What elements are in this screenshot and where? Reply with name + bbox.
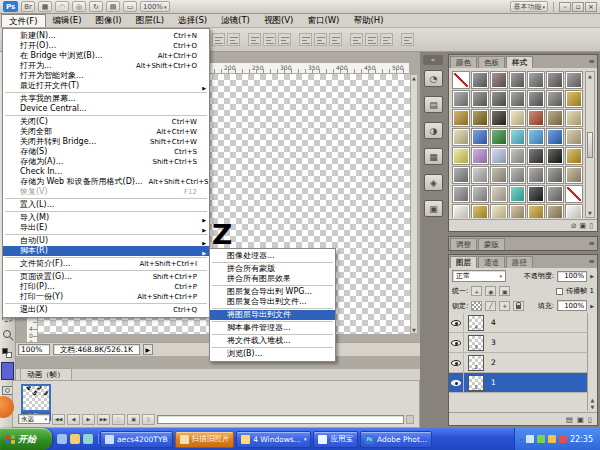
tab-图层[interactable]: 图层 bbox=[450, 256, 477, 268]
file-menu-item[interactable]: Device Central... bbox=[3, 104, 209, 114]
file-menu-item[interactable]: 打开为...Alt+Shift+Ctrl+O bbox=[3, 61, 209, 71]
style-swatch[interactable] bbox=[546, 71, 564, 89]
file-menu-item[interactable]: 脚本(R)▶ bbox=[3, 246, 209, 256]
actions-icon[interactable]: ▤ bbox=[424, 96, 443, 113]
taskbar-window-button[interactable]: PsAdobe Phot... bbox=[360, 431, 432, 448]
delete-layer-button[interactable]: ▯ bbox=[588, 415, 592, 424]
style-swatch[interactable] bbox=[546, 185, 564, 203]
style-swatch[interactable] bbox=[490, 204, 508, 218]
distribute-horizontal-centers-icon[interactable] bbox=[365, 33, 378, 46]
styles-scrollbar[interactable]: ▲ ▼ bbox=[585, 71, 595, 218]
scripts-submenu-item[interactable]: 浏览(B)... bbox=[210, 349, 335, 359]
previous-frame-button[interactable]: ◀ bbox=[67, 414, 80, 425]
new-group-button[interactable]: ▤ bbox=[566, 415, 573, 424]
style-swatch[interactable] bbox=[452, 109, 470, 127]
opacity-field[interactable]: 100% bbox=[557, 271, 587, 282]
file-menu-item[interactable]: 自动(U)▶ bbox=[3, 236, 209, 246]
style-swatch[interactable] bbox=[471, 204, 489, 218]
scroll-down-icon[interactable]: ▼ bbox=[588, 210, 592, 216]
visibility-cell[interactable] bbox=[449, 353, 464, 372]
scripts-submenu-item[interactable]: 将文件载入堆栈... bbox=[210, 336, 335, 346]
style-swatch[interactable] bbox=[509, 166, 527, 184]
scroll-down-icon[interactable]: ▼ bbox=[591, 404, 595, 410]
visibility-cell[interactable] bbox=[449, 333, 464, 352]
style-swatch[interactable] bbox=[546, 128, 564, 146]
align-left-edges-icon[interactable] bbox=[263, 33, 276, 46]
style-swatch[interactable] bbox=[546, 204, 564, 218]
blend-mode-dropdown[interactable]: 正常 ▾ bbox=[452, 270, 506, 282]
menu-bar-item[interactable]: 编辑(E) bbox=[46, 14, 89, 27]
style-swatch[interactable] bbox=[509, 90, 527, 108]
style-swatch[interactable] bbox=[527, 109, 545, 127]
animation-frame-thumbnail[interactable]: 1 2 3 4 5 bbox=[21, 384, 51, 412]
default-colors-icon[interactable] bbox=[2, 348, 8, 354]
unify-visibility-button[interactable]: ◉ bbox=[485, 286, 496, 296]
scroll-up-icon[interactable]: ▲ bbox=[588, 73, 592, 79]
unify-position-button[interactable]: + bbox=[471, 286, 482, 296]
style-swatch[interactable] bbox=[509, 71, 527, 89]
info-icon[interactable]: ◈ bbox=[424, 174, 443, 191]
tray-network-icon[interactable] bbox=[559, 435, 567, 443]
file-menu-item[interactable]: 打印(P)...Ctrl+P bbox=[3, 282, 209, 292]
style-swatch[interactable] bbox=[471, 185, 489, 203]
file-menu-item[interactable]: 关闭全部Alt+Ctrl+W bbox=[3, 127, 209, 137]
restore-button[interactable]: ▫ bbox=[572, 2, 584, 12]
style-swatch[interactable] bbox=[509, 185, 527, 203]
file-menu-item[interactable]: 置入(L)... bbox=[3, 200, 209, 210]
style-swatch[interactable] bbox=[471, 128, 489, 146]
opacity-spinner-icon[interactable]: ▶ bbox=[590, 273, 594, 279]
layer-row[interactable]: 44 bbox=[449, 313, 587, 333]
taskbar-window-button[interactable]: 4 Windows...▾ bbox=[236, 431, 311, 448]
style-swatch[interactable] bbox=[546, 90, 564, 108]
tray-collapse-icon[interactable]: « bbox=[520, 436, 523, 442]
view-extras-icon[interactable]: ▦ bbox=[38, 1, 52, 12]
file-menu-item[interactable]: 存储为 Web 和设备所用格式(D)...Alt+Shift+Ctrl+S bbox=[3, 177, 209, 187]
scroll-up-icon[interactable]: ▲ bbox=[591, 397, 595, 403]
lock-transparency-button[interactable] bbox=[471, 301, 482, 311]
style-swatch-none[interactable] bbox=[452, 71, 470, 89]
file-menu-item[interactable]: 导入(M)▶ bbox=[3, 213, 209, 223]
distribute-bottom-edges-icon[interactable] bbox=[329, 33, 342, 46]
style-swatch[interactable] bbox=[565, 90, 583, 108]
menu-bar-item[interactable]: 选择(S) bbox=[171, 14, 214, 27]
style-swatch[interactable] bbox=[452, 204, 470, 218]
align-horizontal-centers-icon[interactable] bbox=[278, 33, 291, 46]
file-menu-item[interactable]: 存储(S)Ctrl+S bbox=[3, 147, 209, 157]
rotate-view-icon[interactable]: ↻ bbox=[89, 1, 103, 12]
screen-mode-icon[interactable]: ▭ bbox=[123, 1, 137, 12]
panel-menu-icon[interactable]: ≡ bbox=[588, 239, 595, 248]
next-frame-button[interactable]: ▶▶ bbox=[97, 414, 110, 425]
style-swatch[interactable] bbox=[471, 90, 489, 108]
file-menu-item[interactable]: 导出(E)▶ bbox=[3, 223, 209, 233]
file-menu-item[interactable]: 存储为(A)...Shift+Ctrl+S bbox=[3, 157, 209, 167]
file-menu-item[interactable]: 关闭(C)Ctrl+W bbox=[3, 117, 209, 127]
file-menu-item[interactable]: 打开为智能对象... bbox=[3, 71, 209, 81]
tray-antivirus-icon[interactable] bbox=[537, 435, 545, 443]
file-menu-item[interactable]: 文件简介(F)...Alt+Shift+Ctrl+I bbox=[3, 259, 209, 269]
style-swatch[interactable] bbox=[565, 147, 583, 165]
scripts-submenu-item[interactable]: 将图层导出到文件 bbox=[210, 310, 335, 320]
lock-pixels-button[interactable]: ╱ bbox=[485, 301, 496, 311]
scripts-submenu-item[interactable]: 拼合所有图层效果 bbox=[210, 274, 335, 284]
auto-align-layers-icon[interactable] bbox=[401, 33, 414, 46]
show-desktop-icon[interactable] bbox=[83, 434, 93, 444]
style-swatch[interactable] bbox=[490, 166, 508, 184]
status-flyout-button[interactable]: ▶ bbox=[143, 344, 153, 355]
align-vertical-centers-icon[interactable] bbox=[227, 33, 240, 46]
hand-icon[interactable]: ◠ bbox=[55, 1, 69, 12]
style-swatch[interactable] bbox=[527, 166, 545, 184]
scripts-submenu-item[interactable]: 图层复合导出到 WPG... bbox=[210, 287, 335, 297]
file-menu-item[interactable]: 打开(O)...Ctrl+O bbox=[3, 41, 209, 51]
style-swatch[interactable] bbox=[509, 109, 527, 127]
align-bottom-edges-icon[interactable] bbox=[248, 33, 261, 46]
tab-色板[interactable]: 色板 bbox=[478, 56, 505, 68]
style-swatch[interactable] bbox=[565, 204, 583, 218]
file-menu-item[interactable]: 新建(N)...Ctrl+N bbox=[3, 31, 209, 41]
fill-field[interactable]: 100% bbox=[557, 300, 587, 311]
file-menu-item[interactable]: 最近打开文件(T)▶ bbox=[3, 81, 209, 91]
bridge-launch-button[interactable]: Br bbox=[21, 1, 35, 12]
file-menu-item[interactable]: 恢复(V)F12 bbox=[3, 187, 209, 197]
visibility-cell[interactable] bbox=[449, 373, 464, 392]
style-swatch[interactable] bbox=[509, 128, 527, 146]
panel-menu-icon[interactable]: ≡ bbox=[588, 57, 595, 66]
